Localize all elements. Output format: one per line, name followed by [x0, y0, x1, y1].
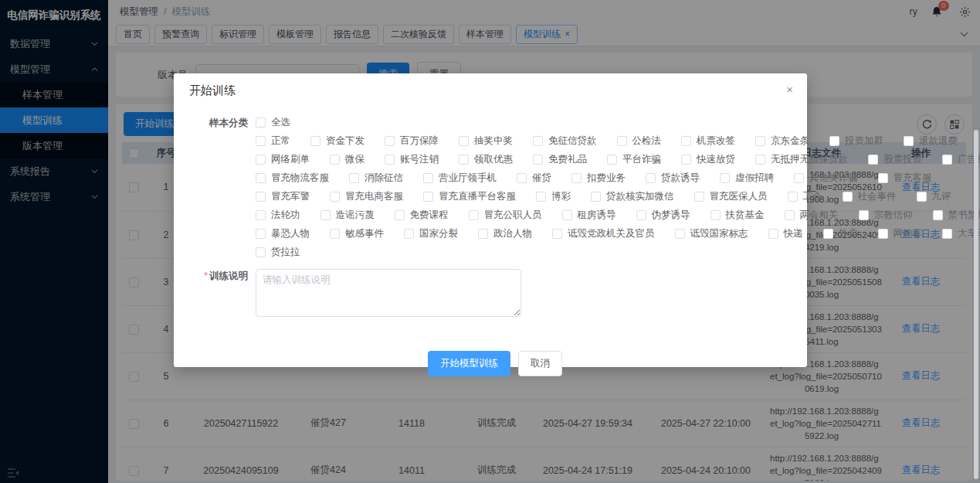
category-checkbox[interactable]: 免费礼品	[533, 153, 587, 166]
category-checkbox[interactable]: 法轮功	[256, 209, 300, 222]
category-checkbox[interactable]: 退款退费	[904, 134, 958, 148]
checkbox-icon	[823, 229, 833, 239]
checkbox-icon	[933, 210, 943, 220]
category-checkbox[interactable]: 投资加群	[829, 134, 883, 148]
checkbox-label: 虚假招聘	[735, 172, 774, 185]
checkbox-icon	[788, 192, 798, 202]
category-checkbox[interactable]: 货拉拉	[256, 246, 300, 259]
checkbox-icon	[395, 210, 405, 220]
category-checkbox[interactable]: 无抵押无担保贷款	[755, 153, 848, 166]
training-desc-input[interactable]	[256, 269, 521, 317]
checkbox-label: 法轮功	[271, 209, 300, 222]
category-checkbox[interactable]: 资金下发	[310, 134, 365, 148]
category-checkbox[interactable]: 免费课程	[395, 209, 449, 222]
category-checkbox[interactable]: 诋毁国家标志	[675, 227, 748, 240]
checkbox-label: 催贷	[532, 172, 551, 185]
sample-category-label: 样本分类	[198, 116, 248, 259]
checkbox-icon	[533, 136, 543, 146]
checkbox-label: 宗教信仰	[874, 209, 913, 222]
category-checkbox[interactable]: 扣费业务	[571, 172, 626, 185]
category-checkbox[interactable]: 网络刷单	[256, 153, 310, 166]
checkbox-icon	[591, 192, 601, 202]
category-checkbox[interactable]: 政治人物	[478, 227, 532, 240]
category-checkbox[interactable]: 冒充公职人员	[469, 209, 542, 222]
category-checkbox[interactable]: 快递	[768, 227, 803, 240]
close-icon[interactable]: ×	[786, 83, 793, 95]
category-checkbox[interactable]: 九评	[917, 190, 951, 203]
category-row: 正常 资金下发 百万保障 抽奖中奖 免征信贷款 公检法 机票改签 京东金条 投资…	[256, 134, 980, 148]
checkbox-label: 免费礼品	[548, 153, 587, 166]
category-checkbox[interactable]: 贷款核实加微信	[591, 190, 674, 203]
category-checkbox[interactable]: 京东金条	[755, 134, 809, 148]
category-checkbox[interactable]: 虚假招聘	[720, 172, 774, 185]
checkbox-label: 网络刷单	[271, 153, 310, 166]
category-checkbox[interactable]: 伪梦诱导	[636, 209, 690, 222]
checkbox-label: 全选	[271, 116, 290, 129]
select-all-checkbox[interactable]: 全选	[256, 116, 290, 129]
category-checkbox[interactable]: 百万保障	[385, 134, 439, 148]
checkbox-label: 营业厅领手机	[439, 172, 497, 185]
category-checkbox[interactable]: 诋毁党政机关及官员	[552, 227, 655, 240]
category-checkbox[interactable]: 免征信贷款	[533, 134, 597, 148]
category-checkbox[interactable]: 网约车	[878, 227, 923, 240]
category-checkbox[interactable]: 冒充医保人员	[694, 190, 768, 203]
category-checkbox[interactable]: 公检法	[617, 134, 662, 148]
category-checkbox[interactable]: 社会事件	[843, 190, 897, 203]
category-checkbox[interactable]: 冒充客服	[878, 172, 932, 185]
category-checkbox[interactable]: 博彩	[536, 190, 571, 203]
category-checkbox[interactable]: 股票投资	[868, 153, 922, 166]
category-checkbox[interactable]: 宗教信仰	[859, 209, 913, 222]
checkbox-label: 贷款核实加微信	[606, 190, 674, 203]
checkbox-label: 快速放贷	[697, 153, 735, 166]
category-checkbox[interactable]: 冒充军警	[256, 190, 310, 203]
checkbox-icon	[720, 173, 730, 183]
checkbox-icon	[404, 229, 414, 239]
checkbox-icon	[533, 155, 543, 165]
category-checkbox[interactable]: 账号注销	[385, 153, 439, 166]
checkbox-icon	[646, 173, 656, 183]
category-checkbox[interactable]: 催贷	[517, 172, 551, 185]
category-checkbox[interactable]: 工会	[788, 190, 822, 203]
start-training-modal: 开始训练 × 样本分类 全选 正常 资金下发 百万保障 抽奖中奖 免征信贷款 公…	[174, 73, 807, 367]
category-checkbox[interactable]: 禁书禁片	[933, 209, 980, 222]
category-checkbox[interactable]: 领取优惠	[459, 153, 513, 166]
category-checkbox[interactable]: 扶贫基金	[710, 209, 765, 222]
category-checkbox[interactable]: 微保	[330, 153, 365, 166]
category-checkbox[interactable]: 机票改签	[681, 134, 735, 148]
category-checkbox[interactable]: 营业厅领手机	[423, 172, 497, 185]
category-checkbox[interactable]: 平台诈骗	[607, 153, 661, 166]
checkbox-icon	[320, 210, 331, 220]
category-checkbox[interactable]: 正常	[256, 134, 290, 148]
checkbox-label: 社会事件	[858, 190, 897, 203]
scrollbar[interactable]	[974, 130, 978, 479]
category-checkbox[interactable]: 抽奖中奖	[459, 134, 513, 148]
label-text: 训练说明	[209, 270, 248, 281]
start-model-training-button[interactable]: 开始模型训练	[428, 351, 510, 376]
category-checkbox[interactable]: 冒充物流客服	[256, 172, 329, 185]
category-checkbox[interactable]: 冒充直播平台客服	[423, 190, 516, 203]
category-checkbox[interactable]: 贷款诱导	[646, 172, 700, 185]
category-checkbox[interactable]: 造谣污蔑	[320, 209, 375, 222]
category-checkbox[interactable]: 其他类诈骗	[794, 172, 858, 185]
category-checkbox[interactable]: 两会相关	[785, 209, 839, 222]
checkbox-icon	[256, 136, 266, 146]
modal-title: 开始训练	[189, 83, 236, 98]
checkbox-icon	[330, 155, 340, 165]
category-checkbox[interactable]: 冒充电商客服	[330, 190, 403, 203]
checkbox-icon	[478, 229, 488, 239]
checkbox-icon	[385, 136, 395, 146]
checkbox-label: 抽奖中奖	[474, 134, 513, 148]
cancel-button[interactable]: 取消	[518, 351, 562, 376]
category-checkbox[interactable]: 敏感事件	[330, 227, 384, 240]
category-checkbox[interactable]: 租房诱导	[562, 209, 616, 222]
category-checkbox[interactable]: 暴恐人物	[256, 227, 310, 240]
category-checkbox[interactable]: 快速放贷	[681, 153, 735, 166]
category-row: 货拉拉	[256, 246, 980, 259]
checkbox-label: 博彩	[551, 190, 571, 203]
category-checkbox[interactable]: 外卖	[823, 227, 858, 240]
category-checkbox[interactable]: 国家分裂	[404, 227, 458, 240]
category-row: 网络刷单 微保 账号注销 领取优惠 免费礼品 平台诈骗 快速放贷 无抵押无担保贷…	[256, 153, 980, 166]
modal-body: 样本分类 全选 正常 资金下发 百万保障 抽奖中奖 免征信贷款 公检法 机票改签…	[174, 98, 807, 376]
category-row: 冒充军警 冒充电商客服 冒充直播平台客服 博彩 贷款核实加微信 冒充医保人员 工…	[256, 190, 980, 203]
category-checkbox[interactable]: 消除征信	[349, 172, 403, 185]
